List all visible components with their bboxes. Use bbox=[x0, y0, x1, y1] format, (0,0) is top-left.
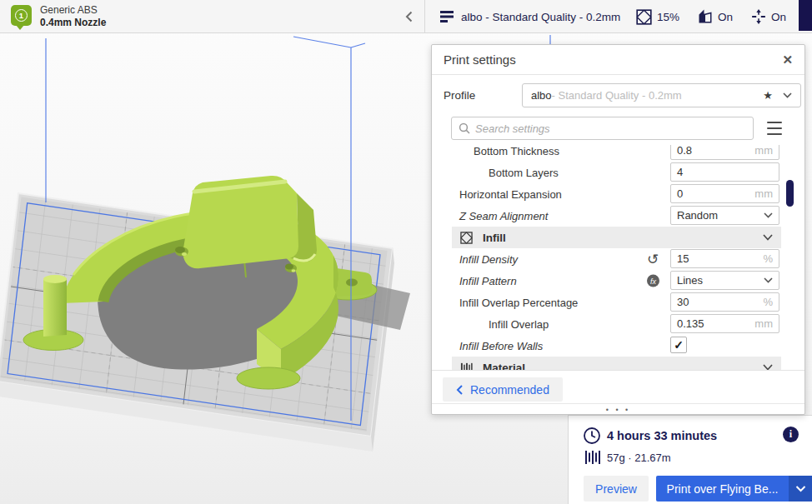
setting-input[interactable]: 15 % bbox=[670, 249, 779, 268]
print-setup-summary[interactable]: albo - Standard Quality - 0.2mm 15% On bbox=[426, 0, 799, 33]
setting-label: Infill Before Walls bbox=[459, 340, 543, 352]
model-post bbox=[43, 278, 67, 337]
setting-input[interactable]: 0 mm bbox=[670, 184, 779, 203]
adhesion-value: On bbox=[771, 11, 786, 23]
recommended-mode-button[interactable]: Recommended bbox=[443, 377, 563, 402]
setting-unit: % bbox=[763, 252, 773, 265]
setting-value: 15 bbox=[677, 252, 689, 265]
setting-dropdown[interactable]: Lines bbox=[670, 271, 779, 290]
chevron-down-icon bbox=[763, 364, 773, 370]
setting-row-infill-pattern: Infill Pattern fx Lines bbox=[432, 270, 804, 292]
collapse-button[interactable] bbox=[398, 7, 419, 27]
clock-icon bbox=[583, 427, 601, 445]
section-header-material[interactable]: Material bbox=[452, 357, 781, 370]
panel-header: Print settings ✕ bbox=[432, 45, 804, 75]
settings-menu-icon[interactable] bbox=[767, 122, 782, 135]
extruder-badge: 1 bbox=[11, 5, 32, 26]
support-value: On bbox=[718, 11, 733, 23]
setting-label: Bottom Layers bbox=[489, 167, 559, 179]
search-box[interactable] bbox=[451, 117, 754, 140]
infill-icon bbox=[636, 9, 652, 25]
setting-value: 0.135 bbox=[677, 317, 704, 330]
setting-row-infill-density: Infill Density ↺ 15 % bbox=[432, 248, 804, 270]
setting-label: Infill Overlap bbox=[489, 318, 549, 331]
setting-input[interactable]: 30 % bbox=[670, 292, 779, 312]
setting-row-z-seam-alignment: Z Seam Alignment Random bbox=[432, 205, 804, 227]
scrollbar-thumb[interactable] bbox=[786, 180, 794, 207]
setting-row-infill-overlap-percentage: Infill Overlap Percentage 30 % bbox=[432, 292, 804, 313]
chevron-down-icon bbox=[795, 486, 806, 492]
chevron-down-icon bbox=[764, 277, 773, 283]
cura-window: 1 Generic ABS 0.4mm Nozzle albo - Standa… bbox=[0, 0, 812, 504]
setting-value: 0.8 bbox=[677, 145, 692, 157]
chevron-down-icon bbox=[783, 92, 792, 98]
material-usage-estimate: 57g · 21.67m bbox=[607, 452, 671, 464]
nozzle-size: 0.4mm Nozzle bbox=[40, 17, 106, 29]
chevron-down-icon bbox=[763, 234, 773, 241]
setting-unit: mm bbox=[754, 187, 773, 200]
setting-row-bottom-thickness: Bottom Thickness 0.8 mm bbox=[432, 145, 804, 162]
print-button[interactable]: Print over Flying Be... bbox=[656, 476, 789, 502]
setting-dropdown[interactable]: Random bbox=[670, 206, 779, 225]
section-header-infill[interactable]: Infill bbox=[452, 227, 781, 248]
setting-checkbox[interactable]: ✓ bbox=[670, 337, 687, 353]
action-panel: 4 hours 33 minutes i 57g · 21.67m Previe… bbox=[568, 415, 812, 504]
search-input[interactable] bbox=[475, 122, 746, 135]
profile-name: albo bbox=[531, 89, 552, 102]
setting-label: Z Seam Alignment bbox=[459, 210, 548, 222]
extruder-config[interactable]: 1 Generic ABS 0.4mm Nozzle bbox=[0, 0, 425, 33]
reset-icon[interactable]: ↺ bbox=[647, 252, 659, 267]
setting-row-bottom-layers: Bottom Layers 4 bbox=[432, 162, 804, 183]
preview-button[interactable]: Preview bbox=[584, 476, 649, 502]
support-icon bbox=[698, 9, 713, 24]
info-icon[interactable]: i bbox=[783, 427, 799, 442]
setting-label: Infill Density bbox=[459, 253, 518, 266]
setting-input[interactable]: 4 bbox=[670, 162, 779, 182]
panel-title: Print settings bbox=[444, 52, 516, 67]
search-icon bbox=[459, 122, 470, 134]
profile-dropdown[interactable]: albo - Standard Quality - 0.2mm ★ bbox=[522, 83, 801, 107]
settings-scroll-area[interactable]: Bottom Thickness 0.8 mm Bottom Layers 4 bbox=[432, 145, 804, 370]
infill-icon bbox=[460, 232, 473, 244]
print-settings-panel: Print settings ✕ Profile albo - Standard… bbox=[431, 44, 805, 415]
close-button[interactable]: ✕ bbox=[782, 52, 793, 67]
setting-row-infill-overlap: Infill Overlap 0.135 mm bbox=[432, 313, 804, 335]
function-icon[interactable]: fx bbox=[647, 275, 659, 287]
layers-icon bbox=[440, 11, 454, 22]
material-name: Generic ABS bbox=[40, 4, 98, 17]
setting-row-horizontal-expansion: Horizontal Expansion 0 mm bbox=[432, 183, 804, 205]
setting-input[interactable]: 0.135 mm bbox=[670, 314, 779, 333]
print-time-estimate: 4 hours 33 minutes bbox=[607, 429, 717, 442]
extruder-number: 1 bbox=[15, 9, 28, 22]
setting-unit: mm bbox=[754, 317, 773, 330]
filament-usage-icon bbox=[584, 450, 601, 465]
setting-value: 4 bbox=[677, 166, 683, 178]
setting-unit: mm bbox=[754, 145, 773, 157]
setting-row-infill-before-walls: Infill Before Walls ✓ bbox=[432, 335, 804, 357]
section-label: Material bbox=[483, 362, 525, 371]
chevron-down-icon bbox=[764, 212, 773, 218]
setting-value: Random bbox=[677, 209, 718, 222]
section-row-material: Material bbox=[432, 357, 804, 370]
setting-input[interactable]: 0.8 mm bbox=[670, 145, 779, 160]
setting-value: 0 bbox=[677, 187, 683, 200]
setting-label: Infill Pattern bbox=[459, 275, 517, 287]
adhesion-icon bbox=[751, 9, 766, 24]
profile-summary: albo - Standard Quality - 0.2mm bbox=[461, 0, 620, 33]
recommended-label: Recommended bbox=[470, 383, 549, 397]
profile-label: Profile bbox=[444, 83, 475, 107]
setting-unit: % bbox=[763, 296, 773, 308]
infill-value: 15% bbox=[657, 11, 679, 23]
print-options-dropdown[interactable] bbox=[789, 476, 812, 502]
star-icon[interactable]: ★ bbox=[763, 89, 773, 102]
setting-label: Infill Overlap Percentage bbox=[459, 297, 578, 309]
section-row-infill: Infill bbox=[432, 227, 804, 248]
marketplace-button-edge[interactable] bbox=[799, 0, 812, 31]
setting-value: Lines bbox=[677, 274, 703, 287]
chevron-left-icon bbox=[456, 385, 463, 395]
chevron-left-icon bbox=[405, 11, 413, 22]
panel-resize-grip[interactable]: • • • bbox=[432, 403, 804, 416]
profile-suffix: - Standard Quality - 0.2mm bbox=[552, 89, 682, 102]
brim-disc-front bbox=[237, 367, 300, 389]
top-bar: 1 Generic ABS 0.4mm Nozzle albo - Standa… bbox=[0, 0, 812, 33]
